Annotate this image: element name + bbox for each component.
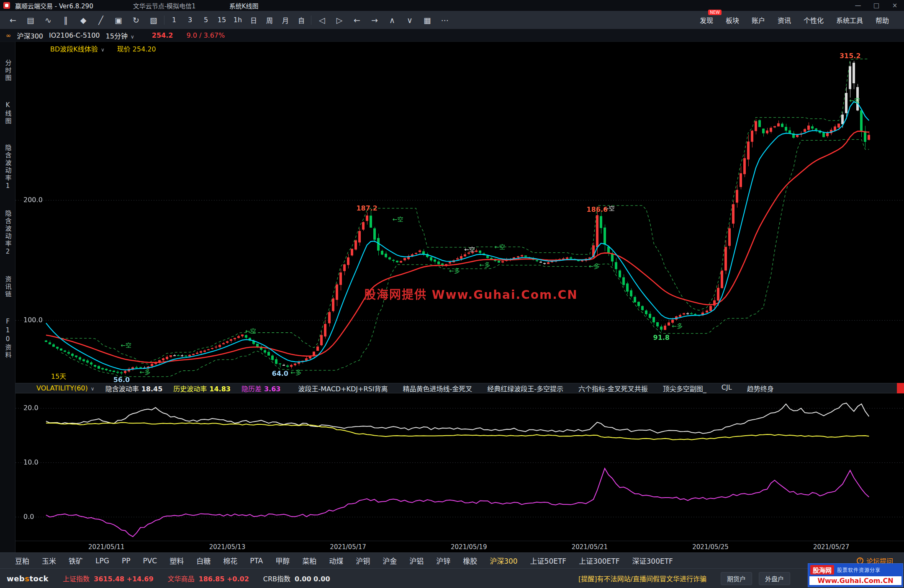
toolbar-menu-item[interactable]: 系统工具 bbox=[836, 15, 863, 25]
compare-chart-icon[interactable]: ▧ bbox=[148, 15, 159, 25]
market-tab[interactable]: 沪铜 bbox=[356, 555, 370, 566]
market-tab[interactable]: 沪铝 bbox=[409, 555, 424, 566]
toolbar-separator bbox=[164, 15, 164, 25]
account-button[interactable]: 期货户 bbox=[721, 572, 752, 585]
period-button-1[interactable]: 1 bbox=[170, 16, 179, 24]
toolbar-menu-item[interactable]: 帮助 bbox=[876, 15, 889, 25]
indicator-tab[interactable]: CJL bbox=[722, 383, 732, 393]
sidebar-item-5[interactable]: F10资料 bbox=[5, 318, 11, 359]
period-button-日[interactable]: 日 bbox=[249, 15, 258, 25]
indicator-tab[interactable]: 精品黄色进场线-金死叉 bbox=[403, 383, 472, 393]
indicator-tab[interactable]: 顶尖多空副图_ bbox=[663, 383, 706, 393]
market-tab[interactable]: 塑料 bbox=[170, 555, 184, 566]
study-selector[interactable]: BD波段K线体验 ∨ bbox=[50, 44, 105, 54]
market-tab[interactable]: 甲醇 bbox=[275, 555, 290, 566]
index-quote: 文华商品186.85 +0.02 bbox=[168, 573, 249, 583]
guhai-promo-banner[interactable]: 股海网 股票软件资源分享 Www.Guhai.Com.CN bbox=[808, 563, 903, 587]
left-sidebar: 分时图K线图隐含波动率1隐含波动率2资讯链F10资料 bbox=[0, 42, 15, 552]
symbol-name[interactable]: 沪深300 bbox=[17, 31, 44, 41]
refresh-icon[interactable]: ↻ bbox=[131, 15, 141, 25]
chevron-down-icon: ∨ bbox=[131, 34, 134, 40]
study-label-row: BD波段K线体验 ∨ 现价 254.20 bbox=[50, 44, 156, 54]
market-tab[interactable]: 上证50ETF bbox=[530, 555, 567, 566]
market-tab[interactable]: 动煤 bbox=[329, 555, 343, 566]
main-toolbar: ←▤∿‖◆╱▣↻▧ 135151h日周月自 ◁▷←→∧∨▦⋯ 发现NEW板块账户… bbox=[0, 11, 904, 29]
maximize-button[interactable]: □ bbox=[867, 2, 886, 9]
index-value: 186.85 +0.02 bbox=[199, 575, 249, 583]
sidebar-item-1[interactable]: K线图 bbox=[5, 101, 11, 125]
period-button-周[interactable]: 周 bbox=[265, 15, 274, 25]
market-tab[interactable]: 深证300ETF bbox=[632, 555, 673, 566]
market-tab[interactable]: 橡胶 bbox=[463, 555, 477, 566]
volatility-canvas[interactable] bbox=[15, 393, 904, 541]
market-tab[interactable]: PVC bbox=[143, 557, 157, 565]
period-selector[interactable]: 15分钟 ∨ bbox=[106, 31, 134, 41]
market-tab[interactable]: 白糖 bbox=[196, 555, 211, 566]
sidebar-item-2[interactable]: 隐含波动率1 bbox=[5, 144, 11, 191]
time-share-chart-icon[interactable]: ∿ bbox=[43, 15, 54, 25]
market-tab[interactable]: 沪锌 bbox=[436, 555, 450, 566]
watermark: 股海网提供 Www.Guhai.Com.CN bbox=[364, 285, 578, 302]
sidebar-item-3[interactable]: 隐含波动率2 bbox=[5, 210, 11, 257]
toolbar-menu-item[interactable]: 账户 bbox=[752, 15, 765, 25]
page-down-icon[interactable]: ∨ bbox=[404, 15, 415, 25]
market-tab[interactable]: 沪金 bbox=[383, 555, 397, 566]
close-button[interactable]: × bbox=[886, 2, 904, 9]
account-button[interactable]: 外盘户 bbox=[759, 572, 790, 585]
index-value: 3615.48 +14.69 bbox=[94, 575, 153, 583]
market-tab[interactable]: PTA bbox=[250, 557, 263, 565]
market-tab[interactable]: 沪深300 bbox=[490, 555, 517, 566]
quote-board-icon[interactable]: ▤ bbox=[25, 15, 36, 25]
indicator-tab[interactable]: 波段王-MACD+KDJ+RSI背离 bbox=[298, 383, 388, 393]
study-name: BD波段K线体验 bbox=[50, 45, 98, 53]
zoom-out-icon[interactable]: ◁ bbox=[316, 15, 327, 25]
market-tab[interactable]: 铁矿 bbox=[69, 555, 83, 566]
indicator-header-red-button[interactable] bbox=[897, 383, 904, 394]
minimize-button[interactable]: — bbox=[849, 2, 867, 9]
indicator-tab[interactable]: 趋势终身 bbox=[747, 383, 774, 393]
indicator-tab[interactable]: 经典红绿波段王-多空提示 bbox=[487, 383, 563, 393]
toolbar-menu-item[interactable]: 个性化 bbox=[804, 15, 824, 25]
cloud-node-label: 文华云节点-模拟电信1 bbox=[133, 1, 196, 10]
date-label: 2021/05/19 bbox=[448, 543, 490, 551]
period-button-3[interactable]: 3 bbox=[185, 16, 195, 24]
market-tab[interactable]: 棉花 bbox=[223, 555, 237, 566]
next-bar-icon[interactable]: → bbox=[369, 15, 380, 25]
app-logo-icon bbox=[3, 2, 10, 9]
sidebar-item-4[interactable]: 资讯链 bbox=[5, 276, 11, 298]
market-tab[interactable]: LPG bbox=[95, 557, 109, 565]
prev-bar-icon[interactable]: ← bbox=[352, 15, 362, 25]
period-button-月[interactable]: 月 bbox=[281, 15, 290, 25]
back-icon[interactable]: ← bbox=[8, 15, 18, 25]
market-tab[interactable]: 豆粕 bbox=[15, 555, 29, 566]
promo-url: Www.Guhai.Com.CN bbox=[809, 576, 901, 585]
page-up-icon[interactable]: ∧ bbox=[387, 15, 398, 25]
period-selected-label: 15分钟 bbox=[106, 32, 128, 40]
indicator-icon[interactable]: ◆ bbox=[78, 15, 89, 25]
toolbar-menu-item[interactable]: 资讯 bbox=[778, 15, 791, 25]
date-axis: 2021/05/112021/05/132021/05/172021/05/19… bbox=[15, 541, 904, 552]
main-kline-canvas[interactable] bbox=[15, 42, 904, 383]
period-button-15[interactable]: 15 bbox=[217, 16, 226, 24]
period-button-1h[interactable]: 1h bbox=[233, 16, 242, 24]
period-button-自[interactable]: 自 bbox=[297, 15, 306, 25]
market-tab[interactable]: PP bbox=[122, 557, 131, 565]
toolbar-menu-item[interactable]: 发现NEW bbox=[700, 15, 713, 25]
sidebar-item-0[interactable]: 分时图 bbox=[5, 59, 11, 82]
market-tab[interactable]: 上证300ETF bbox=[579, 555, 619, 566]
period-button-5[interactable]: 5 bbox=[201, 16, 211, 24]
multi-grid-icon[interactable]: ▦ bbox=[422, 15, 433, 25]
market-tab[interactable]: 菜粕 bbox=[302, 555, 316, 566]
indicator-selector[interactable]: VOLATILITY(60) ∨ bbox=[36, 384, 95, 392]
save-icon[interactable]: ▣ bbox=[113, 15, 124, 25]
draw-line-icon[interactable]: ╱ bbox=[95, 15, 106, 25]
market-tab[interactable]: 玉米 bbox=[42, 555, 56, 566]
date-label: 2021/05/13 bbox=[206, 543, 248, 551]
more-icon[interactable]: ⋯ bbox=[439, 15, 450, 25]
indicator-tab[interactable]: 六个指标-金叉死叉共振 bbox=[578, 383, 648, 393]
toolbar-menu-item[interactable]: 板块 bbox=[726, 15, 739, 25]
zoom-in-icon[interactable]: ▷ bbox=[334, 15, 345, 25]
kline-chart-icon[interactable]: ‖ bbox=[60, 15, 71, 25]
scam-alert-text: [提醒]有不法网站/直播间假冒文华进行诈骗 bbox=[578, 573, 706, 583]
contract-code[interactable]: IO2106-C-5100 bbox=[49, 31, 100, 39]
